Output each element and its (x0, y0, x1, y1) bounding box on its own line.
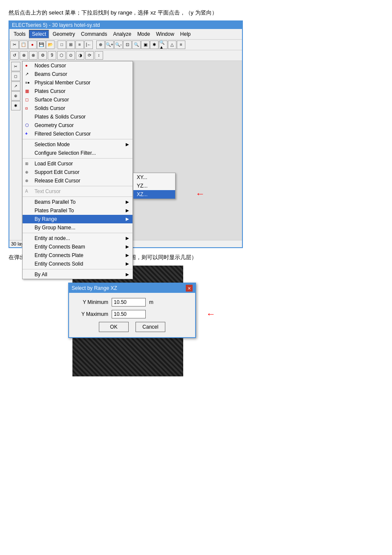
entity-at-node-item[interactable]: Entity at node... ▶ (23, 234, 133, 243)
tb-b4[interactable]: |← (84, 40, 93, 49)
selection-mode-arrow: ▶ (126, 142, 129, 147)
app-window: ELECTseries 5) - 30 layers hotel-sy.std … (9, 20, 243, 248)
menu-analyze[interactable]: Analyze (110, 30, 134, 38)
menu-geometry[interactable]: Geometry (50, 30, 78, 38)
beams-parallel-to-item[interactable]: Beams Parallel To ▶ (23, 198, 133, 206)
tb-c4[interactable]: ⊡ (123, 40, 132, 49)
red-arrow-xz: ← (196, 188, 205, 199)
content-area: ✂ ◻ ↗ ⊕ ✱ ● Nodes Cursor ↗ Beams Cursor (9, 61, 242, 240)
y-maximum-input[interactable] (112, 310, 146, 318)
by-group-name-item[interactable]: By Group Name... (23, 223, 133, 232)
selection-mode-item[interactable]: Selection Mode ▶ (23, 140, 133, 149)
configure-filter-item[interactable]: Configure Selection Filter... (23, 149, 133, 157)
tb-b1[interactable]: □ (58, 40, 66, 49)
entity-connects-plate-arrow: ▶ (126, 253, 129, 257)
tb-d9[interactable]: ⟳ (85, 51, 94, 60)
tb-b3[interactable]: ≡ (75, 40, 84, 49)
tb-node[interactable]: ● (28, 40, 37, 49)
geometry-cursor-item[interactable]: ⬡ Geometry Cursor (23, 121, 133, 130)
solids-cursor-icon: ⧈ (25, 106, 28, 111)
tb-c5[interactable]: 🔍 (132, 40, 141, 49)
filtered-selection-icon: + (25, 131, 28, 136)
tb-c7[interactable]: ✱ (150, 40, 159, 49)
entity-connects-beam-item[interactable]: Entity Connects Beam ▶ (23, 243, 133, 251)
menu-tools[interactable]: Tools (11, 30, 28, 38)
toolbar-row-2: ⊕ 🔍+ 🔍- ⊡ 🔍 ▣ ✱ 🔍▲ △ ≡ (96, 40, 185, 49)
tb-copy[interactable]: 📋 (19, 40, 28, 49)
tb-c9[interactable]: △ (168, 40, 176, 49)
plates-parallel-to-item[interactable]: Plates Parallel To ▶ (23, 206, 133, 215)
tb-d10[interactable]: ↕ (95, 51, 103, 60)
geometry-cursor-icon: ⬡ (25, 123, 29, 127)
entity-connects-beam-arrow: ▶ (126, 244, 129, 249)
solids-cursor-item[interactable]: ⧈ Solids Cursor (23, 104, 133, 113)
tb-c3[interactable]: 🔍- (114, 40, 123, 49)
separator-5 (23, 233, 133, 233)
xy-item[interactable]: XY... (133, 173, 175, 182)
entity-connects-solid-item[interactable]: Entity Connects Solid ▶ (23, 260, 133, 268)
surface-cursor-icon: ◻ (25, 97, 29, 102)
y-maximum-row: Y Maximum ← (74, 310, 190, 318)
menu-select[interactable]: Select (29, 30, 49, 38)
tb-c2[interactable]: 🔍+ (105, 40, 114, 49)
tb-b2[interactable]: ⊞ (66, 40, 75, 49)
xz-item[interactable]: XZ... (133, 190, 175, 199)
tb-open[interactable]: 📂 (46, 40, 55, 49)
separator-3 (23, 186, 133, 186)
nodes-cursor-item[interactable]: ● Nodes Cursor (23, 61, 133, 70)
menu-help[interactable]: Help (178, 30, 193, 38)
tb-cut[interactable]: ✂ (10, 40, 19, 49)
by-all-item[interactable]: By All ▶ (23, 270, 133, 279)
y-minimum-input[interactable] (112, 298, 146, 306)
y-maximum-label: Y Maximum (74, 311, 108, 317)
left-toolbar: ✂ ◻ ↗ ⊕ ✱ (9, 61, 22, 240)
dialog-ok-button[interactable]: OK (99, 322, 129, 332)
dialog-buttons: OK Cancel (74, 322, 190, 332)
menu-commands[interactable]: Commands (78, 30, 110, 38)
dialog-box: Select by Range XZ ✕ Y Minimum m Y Maxim… (68, 283, 196, 338)
by-range-arrow: ▶ (126, 217, 129, 221)
lt-btn-3[interactable]: ↗ (11, 81, 20, 91)
separator-2 (23, 158, 133, 159)
lt-btn-1[interactable]: ✂ (11, 62, 20, 71)
lt-btn-4[interactable]: ⊕ (11, 91, 20, 101)
tb-d5[interactable]: 9 (48, 51, 56, 60)
by-range-item[interactable]: By Range ▶ (23, 215, 133, 223)
red-arrow-dialog: ← (206, 309, 216, 320)
nodes-cursor-icon: ● (25, 63, 28, 68)
tb-d3[interactable]: ⊗ (29, 51, 37, 60)
beams-parallel-to-arrow: ▶ (126, 199, 129, 204)
support-edit-cursor-item[interactable]: ⊕ Support Edit Cursor (23, 168, 133, 176)
surface-cursor-item[interactable]: ◻ Surface Cursor (23, 95, 133, 104)
physical-member-cursor-item[interactable]: ≡● Physical Member Cursor (23, 78, 133, 87)
tb-d4[interactable]: ⚙ (38, 51, 47, 60)
menu-window[interactable]: Window (153, 30, 177, 38)
filtered-selection-cursor-item[interactable]: + Filtered Selection Cursor (23, 130, 133, 138)
tb-c8[interactable]: 🔍▲ (159, 40, 167, 49)
main-content: ● Nodes Cursor ↗ Beams Cursor ≡● Physica… (22, 61, 242, 240)
y-minimum-row: Y Minimum m (74, 298, 190, 306)
menu-mode[interactable]: Mode (135, 30, 153, 38)
plates-solids-cursor-item[interactable]: Plates & Solids Cursor (23, 113, 133, 121)
tb-d8[interactable]: ◑ (76, 51, 84, 60)
tb-c10[interactable]: ≡ (177, 40, 185, 49)
yz-item[interactable]: YZ... (133, 182, 175, 190)
secondary-toolbar: ↺ ⊕ ⊗ ⚙ 9 ⬡ ⊙ ◑ ⟳ ↕ (9, 50, 242, 61)
plates-cursor-item[interactable]: ▦ Plates Cursor (23, 87, 133, 95)
tb-d6[interactable]: ⬡ (57, 51, 66, 60)
dialog-cancel-button[interactable]: Cancel (135, 322, 165, 332)
dialog-close-button[interactable]: ✕ (186, 285, 193, 292)
beams-cursor-item[interactable]: ↗ Beams Cursor (23, 70, 133, 78)
tb-c1[interactable]: ⊕ (96, 40, 105, 49)
tb-d1[interactable]: ↺ (10, 51, 19, 60)
lt-btn-2[interactable]: ◻ (11, 72, 20, 81)
entity-connects-plate-item[interactable]: Entity Connects Plate ▶ (23, 251, 133, 260)
release-edit-cursor-item[interactable]: ⊗ Release Edit Cursor (23, 176, 133, 185)
tb-d7[interactable]: ⊙ (66, 51, 75, 60)
tb-save[interactable]: 💾 (37, 40, 46, 49)
separator-6 (23, 269, 133, 269)
load-edit-cursor-item[interactable]: ⊞ Load Edit Cursor (23, 159, 133, 168)
lt-btn-5[interactable]: ✱ (11, 101, 20, 110)
tb-c6[interactable]: ▣ (141, 40, 150, 49)
tb-d2[interactable]: ⊕ (20, 51, 28, 60)
